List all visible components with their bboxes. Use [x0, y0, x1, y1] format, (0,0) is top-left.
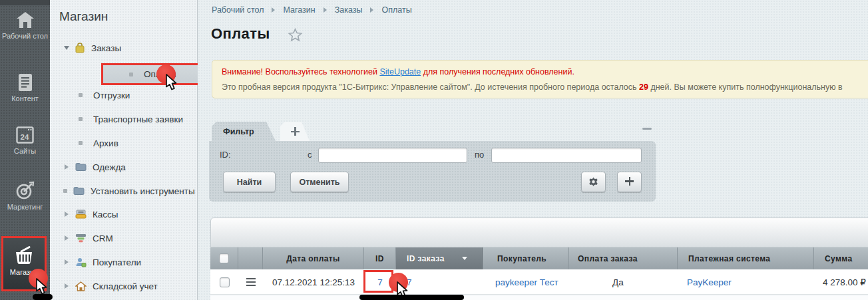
id-from-input[interactable]: [318, 148, 467, 163]
select-all-checkbox[interactable]: [219, 253, 229, 263]
menu-item-crm[interactable]: CRM: [50, 231, 197, 245]
menu-item-orders[interactable]: Заказы: [50, 41, 197, 55]
sidebar-item-marketing[interactable]: Маркетинг: [0, 181, 50, 211]
chevron-right-icon[interactable]: [65, 212, 69, 217]
filter-settings-button[interactable]: [581, 172, 606, 192]
filter-from-label: с: [308, 150, 312, 160]
bullet-icon: [63, 189, 67, 193]
home-icon: [15, 11, 35, 29]
siteupdate-link[interactable]: SiteUpdate: [379, 67, 421, 76]
grid-header-row: Дата оплаты ID ID заказа Покупатель Опла…: [210, 247, 868, 269]
id-to-input[interactable]: [491, 148, 642, 163]
orders-bag-icon: [75, 43, 85, 53]
cash-register-icon: [75, 210, 87, 219]
menu-item-cash-registers[interactable]: Кассы: [50, 207, 197, 222]
sidebar-item-desktop[interactable]: Рабочий стол: [0, 11, 50, 40]
menu-item-label: CRM: [93, 233, 113, 243]
customers-icon: [75, 257, 87, 267]
buyer-link[interactable]: paykeeper Тест: [495, 277, 558, 287]
sidebar-item-content[interactable]: Контент: [0, 73, 50, 102]
menu-item-label: Заказы: [91, 43, 121, 53]
page-title: Оплаты: [211, 25, 270, 43]
tab-filter[interactable]: Фильтр: [212, 122, 276, 141]
breadcrumb-separator-icon: [324, 7, 327, 13]
chevron-down-icon[interactable]: [64, 46, 69, 50]
favorite-star-icon[interactable]: [288, 28, 302, 42]
collapse-filter-icon[interactable]: [642, 128, 652, 130]
breadcrumb: Рабочий стол Магазин Заказы Оплаты: [212, 5, 412, 15]
column-header-id[interactable]: ID: [364, 247, 396, 269]
cell-payment-id: 7: [364, 269, 396, 295]
cell-payment-system: PayKeeper: [678, 269, 814, 295]
add-filter-field-button[interactable]: [617, 172, 642, 192]
menu-item-clothes[interactable]: Одежда: [50, 160, 197, 174]
chevron-right-icon[interactable]: [65, 164, 69, 170]
cell-paid: Да: [569, 269, 678, 295]
menu-item-transport-requests[interactable]: Транспортные заявки: [50, 112, 197, 126]
bullet-icon: [129, 73, 133, 76]
crm-funnel-icon: [75, 233, 87, 243]
warehouse-house-icon: [75, 281, 87, 291]
document-icon: [18, 73, 33, 92]
cell-order-id: 7: [396, 269, 483, 295]
target-icon: [15, 181, 35, 200]
filter-panel: ID: с по Найти Отменить: [209, 141, 656, 202]
menu-item-label: Кассы: [93, 210, 118, 220]
breadcrumb-item[interactable]: Оплаты: [381, 5, 411, 15]
payments-grid: Дата оплаты ID ID заказа Покупатель Опла…: [210, 218, 868, 300]
payment-id-link[interactable]: 7: [377, 277, 383, 287]
chevron-right-icon[interactable]: [65, 259, 69, 265]
menu-item-label: Архив: [93, 138, 118, 148]
folder-icon: [73, 186, 85, 196]
warning-text: Это пробная версия продукта "1С-Битрикс:…: [222, 82, 639, 92]
sidebar-item-label: Магазин: [3, 268, 45, 276]
menu-item-label: Складской учет: [93, 281, 158, 291]
menu-title: Магазин: [59, 9, 108, 24]
breadcrumb-separator-icon: [272, 7, 275, 13]
cancel-button[interactable]: Отменить: [290, 172, 349, 192]
filter-id-label: ID:: [220, 150, 231, 160]
order-id-link[interactable]: 7: [407, 277, 412, 287]
bullet-icon: [79, 141, 83, 145]
table-row: 07.12.2021 12:25:13 7 7 paykeeper Тест Д…: [210, 269, 868, 295]
menu-item-shipments[interactable]: Отгрузки: [50, 88, 197, 102]
sidebar-item-store-active[interactable]: Магазин: [1, 236, 47, 291]
chevron-right-icon[interactable]: [65, 283, 69, 289]
rail-top-strip: [0, 0, 50, 5]
tab-filter-label: Фильтр: [223, 127, 254, 136]
column-header-buyer[interactable]: Покупатель: [483, 247, 569, 269]
column-header-payment-system[interactable]: Платежная система: [678, 247, 814, 269]
menu-item-label: Отгрузки: [93, 90, 130, 100]
plus-icon: [291, 127, 300, 136]
row-actions-menu-icon[interactable]: [246, 278, 256, 286]
warning-text: для получения последних обновлений.: [421, 67, 574, 76]
breadcrumb-item[interactable]: Рабочий стол: [212, 5, 264, 15]
menu-item-warehouse[interactable]: Складской учет: [50, 279, 197, 293]
bullet-icon: [79, 93, 83, 97]
add-filter-tab-button[interactable]: [280, 122, 310, 141]
column-header-date[interactable]: Дата оплаты: [263, 247, 364, 269]
breadcrumb-item[interactable]: Заказы: [335, 5, 363, 15]
filter-to-label: по: [475, 150, 484, 160]
menu-item-install-tools[interactable]: Установить инструменты и: [50, 184, 197, 198]
menu-item-archive[interactable]: Архив: [50, 136, 197, 150]
menu-item-label: Покупатели: [93, 257, 141, 267]
chevron-right-icon[interactable]: [65, 235, 69, 241]
column-header-paid[interactable]: Оплата заказа: [569, 247, 678, 269]
menu-item-label: Установить инструменты и: [91, 186, 197, 196]
days-left-value: 29: [639, 82, 648, 92]
grid-footer-strip: [210, 295, 868, 300]
row-checkbox[interactable]: [220, 277, 230, 287]
sidebar-item-sites[interactable]: 24 Сайты: [0, 126, 50, 155]
row-menu-cell: [238, 269, 263, 295]
find-button[interactable]: Найти: [223, 172, 276, 192]
column-header-sum[interactable]: Сумма: [814, 247, 868, 269]
menu-item-customers[interactable]: Покупатели: [50, 255, 197, 269]
grid-toolbar: [210, 218, 868, 247]
payment-system-link[interactable]: PayKeeper: [687, 277, 732, 287]
store-menu-panel: Магазин Заказы Оплаты Отгрузки Транспорт…: [50, 0, 198, 300]
sidebar-item-label: Сайты: [0, 147, 50, 155]
breadcrumb-item[interactable]: Магазин: [283, 5, 315, 15]
menu-item-label: Одежда: [93, 162, 126, 172]
column-header-order-id[interactable]: ID заказа: [396, 247, 483, 269]
